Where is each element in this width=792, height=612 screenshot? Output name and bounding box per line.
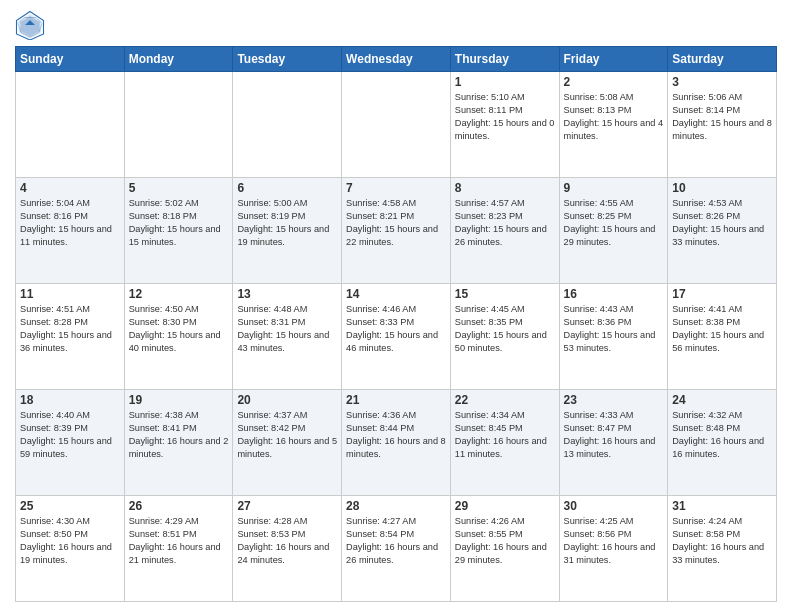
day-number: 18 bbox=[20, 393, 120, 407]
calendar-cell: 19Sunrise: 4:38 AMSunset: 8:41 PMDayligh… bbox=[124, 390, 233, 496]
day-number: 31 bbox=[672, 499, 772, 513]
day-number: 4 bbox=[20, 181, 120, 195]
day-info: Sunrise: 4:41 AMSunset: 8:38 PMDaylight:… bbox=[672, 303, 772, 355]
day-info: Sunrise: 4:36 AMSunset: 8:44 PMDaylight:… bbox=[346, 409, 446, 461]
week-row-5: 25Sunrise: 4:30 AMSunset: 8:50 PMDayligh… bbox=[16, 496, 777, 602]
calendar-cell: 13Sunrise: 4:48 AMSunset: 8:31 PMDayligh… bbox=[233, 284, 342, 390]
calendar-cell: 7Sunrise: 4:58 AMSunset: 8:21 PMDaylight… bbox=[342, 178, 451, 284]
day-number: 16 bbox=[564, 287, 664, 301]
day-number: 6 bbox=[237, 181, 337, 195]
day-number: 2 bbox=[564, 75, 664, 89]
day-number: 29 bbox=[455, 499, 555, 513]
calendar-cell: 18Sunrise: 4:40 AMSunset: 8:39 PMDayligh… bbox=[16, 390, 125, 496]
day-info: Sunrise: 4:45 AMSunset: 8:35 PMDaylight:… bbox=[455, 303, 555, 355]
calendar-cell: 1Sunrise: 5:10 AMSunset: 8:11 PMDaylight… bbox=[450, 72, 559, 178]
calendar-cell: 27Sunrise: 4:28 AMSunset: 8:53 PMDayligh… bbox=[233, 496, 342, 602]
day-number: 23 bbox=[564, 393, 664, 407]
calendar-cell: 23Sunrise: 4:33 AMSunset: 8:47 PMDayligh… bbox=[559, 390, 668, 496]
day-info: Sunrise: 4:32 AMSunset: 8:48 PMDaylight:… bbox=[672, 409, 772, 461]
calendar-cell: 4Sunrise: 5:04 AMSunset: 8:16 PMDaylight… bbox=[16, 178, 125, 284]
calendar-cell: 31Sunrise: 4:24 AMSunset: 8:58 PMDayligh… bbox=[668, 496, 777, 602]
day-number: 9 bbox=[564, 181, 664, 195]
calendar-cell bbox=[233, 72, 342, 178]
weekday-header-row: SundayMondayTuesdayWednesdayThursdayFrid… bbox=[16, 47, 777, 72]
weekday-header-friday: Friday bbox=[559, 47, 668, 72]
day-info: Sunrise: 4:24 AMSunset: 8:58 PMDaylight:… bbox=[672, 515, 772, 567]
week-row-1: 1Sunrise: 5:10 AMSunset: 8:11 PMDaylight… bbox=[16, 72, 777, 178]
day-info: Sunrise: 5:02 AMSunset: 8:18 PMDaylight:… bbox=[129, 197, 229, 249]
day-number: 7 bbox=[346, 181, 446, 195]
calendar-cell bbox=[342, 72, 451, 178]
day-info: Sunrise: 5:04 AMSunset: 8:16 PMDaylight:… bbox=[20, 197, 120, 249]
day-info: Sunrise: 4:28 AMSunset: 8:53 PMDaylight:… bbox=[237, 515, 337, 567]
day-number: 3 bbox=[672, 75, 772, 89]
week-row-3: 11Sunrise: 4:51 AMSunset: 8:28 PMDayligh… bbox=[16, 284, 777, 390]
calendar-cell: 24Sunrise: 4:32 AMSunset: 8:48 PMDayligh… bbox=[668, 390, 777, 496]
day-number: 8 bbox=[455, 181, 555, 195]
day-info: Sunrise: 4:27 AMSunset: 8:54 PMDaylight:… bbox=[346, 515, 446, 567]
day-info: Sunrise: 4:37 AMSunset: 8:42 PMDaylight:… bbox=[237, 409, 337, 461]
weekday-header-wednesday: Wednesday bbox=[342, 47, 451, 72]
day-number: 21 bbox=[346, 393, 446, 407]
calendar-table: SundayMondayTuesdayWednesdayThursdayFrid… bbox=[15, 46, 777, 602]
weekday-header-monday: Monday bbox=[124, 47, 233, 72]
day-number: 11 bbox=[20, 287, 120, 301]
logo bbox=[15, 10, 49, 40]
day-number: 5 bbox=[129, 181, 229, 195]
day-number: 15 bbox=[455, 287, 555, 301]
calendar-cell: 29Sunrise: 4:26 AMSunset: 8:55 PMDayligh… bbox=[450, 496, 559, 602]
calendar-cell: 30Sunrise: 4:25 AMSunset: 8:56 PMDayligh… bbox=[559, 496, 668, 602]
day-info: Sunrise: 5:08 AMSunset: 8:13 PMDaylight:… bbox=[564, 91, 664, 143]
calendar-cell: 5Sunrise: 5:02 AMSunset: 8:18 PMDaylight… bbox=[124, 178, 233, 284]
day-info: Sunrise: 4:29 AMSunset: 8:51 PMDaylight:… bbox=[129, 515, 229, 567]
day-info: Sunrise: 4:51 AMSunset: 8:28 PMDaylight:… bbox=[20, 303, 120, 355]
day-info: Sunrise: 4:38 AMSunset: 8:41 PMDaylight:… bbox=[129, 409, 229, 461]
calendar-cell: 12Sunrise: 4:50 AMSunset: 8:30 PMDayligh… bbox=[124, 284, 233, 390]
logo-icon bbox=[15, 10, 45, 40]
day-info: Sunrise: 4:48 AMSunset: 8:31 PMDaylight:… bbox=[237, 303, 337, 355]
day-number: 1 bbox=[455, 75, 555, 89]
calendar-cell: 25Sunrise: 4:30 AMSunset: 8:50 PMDayligh… bbox=[16, 496, 125, 602]
week-row-2: 4Sunrise: 5:04 AMSunset: 8:16 PMDaylight… bbox=[16, 178, 777, 284]
calendar-cell: 16Sunrise: 4:43 AMSunset: 8:36 PMDayligh… bbox=[559, 284, 668, 390]
day-number: 17 bbox=[672, 287, 772, 301]
day-info: Sunrise: 5:10 AMSunset: 8:11 PMDaylight:… bbox=[455, 91, 555, 143]
weekday-header-sunday: Sunday bbox=[16, 47, 125, 72]
day-info: Sunrise: 4:30 AMSunset: 8:50 PMDaylight:… bbox=[20, 515, 120, 567]
day-number: 26 bbox=[129, 499, 229, 513]
day-info: Sunrise: 5:00 AMSunset: 8:19 PMDaylight:… bbox=[237, 197, 337, 249]
header bbox=[15, 10, 777, 40]
day-info: Sunrise: 4:57 AMSunset: 8:23 PMDaylight:… bbox=[455, 197, 555, 249]
day-number: 19 bbox=[129, 393, 229, 407]
week-row-4: 18Sunrise: 4:40 AMSunset: 8:39 PMDayligh… bbox=[16, 390, 777, 496]
calendar-cell: 26Sunrise: 4:29 AMSunset: 8:51 PMDayligh… bbox=[124, 496, 233, 602]
calendar-cell: 6Sunrise: 5:00 AMSunset: 8:19 PMDaylight… bbox=[233, 178, 342, 284]
calendar-cell: 9Sunrise: 4:55 AMSunset: 8:25 PMDaylight… bbox=[559, 178, 668, 284]
day-number: 28 bbox=[346, 499, 446, 513]
day-number: 10 bbox=[672, 181, 772, 195]
day-info: Sunrise: 4:40 AMSunset: 8:39 PMDaylight:… bbox=[20, 409, 120, 461]
day-number: 13 bbox=[237, 287, 337, 301]
weekday-header-saturday: Saturday bbox=[668, 47, 777, 72]
weekday-header-thursday: Thursday bbox=[450, 47, 559, 72]
day-info: Sunrise: 4:55 AMSunset: 8:25 PMDaylight:… bbox=[564, 197, 664, 249]
day-info: Sunrise: 4:25 AMSunset: 8:56 PMDaylight:… bbox=[564, 515, 664, 567]
day-info: Sunrise: 4:46 AMSunset: 8:33 PMDaylight:… bbox=[346, 303, 446, 355]
weekday-header-tuesday: Tuesday bbox=[233, 47, 342, 72]
day-info: Sunrise: 4:43 AMSunset: 8:36 PMDaylight:… bbox=[564, 303, 664, 355]
day-number: 14 bbox=[346, 287, 446, 301]
calendar-cell: 14Sunrise: 4:46 AMSunset: 8:33 PMDayligh… bbox=[342, 284, 451, 390]
day-info: Sunrise: 4:26 AMSunset: 8:55 PMDaylight:… bbox=[455, 515, 555, 567]
page: SundayMondayTuesdayWednesdayThursdayFrid… bbox=[0, 0, 792, 612]
day-info: Sunrise: 4:50 AMSunset: 8:30 PMDaylight:… bbox=[129, 303, 229, 355]
calendar-cell bbox=[16, 72, 125, 178]
day-info: Sunrise: 5:06 AMSunset: 8:14 PMDaylight:… bbox=[672, 91, 772, 143]
calendar-cell: 22Sunrise: 4:34 AMSunset: 8:45 PMDayligh… bbox=[450, 390, 559, 496]
day-info: Sunrise: 4:33 AMSunset: 8:47 PMDaylight:… bbox=[564, 409, 664, 461]
calendar-cell: 15Sunrise: 4:45 AMSunset: 8:35 PMDayligh… bbox=[450, 284, 559, 390]
calendar-cell: 20Sunrise: 4:37 AMSunset: 8:42 PMDayligh… bbox=[233, 390, 342, 496]
day-number: 24 bbox=[672, 393, 772, 407]
calendar-cell: 17Sunrise: 4:41 AMSunset: 8:38 PMDayligh… bbox=[668, 284, 777, 390]
day-number: 27 bbox=[237, 499, 337, 513]
calendar-cell: 28Sunrise: 4:27 AMSunset: 8:54 PMDayligh… bbox=[342, 496, 451, 602]
